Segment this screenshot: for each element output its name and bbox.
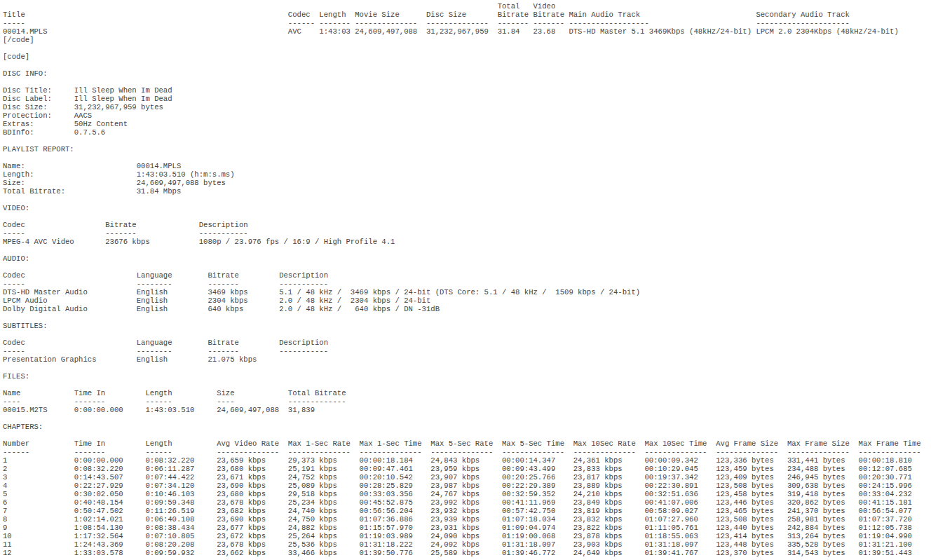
page: { "meta": { "bg_color": "#ffffff", "text… bbox=[0, 0, 931, 560]
bdinfo-report-text: Total Video Title Codec Length Movie Siz… bbox=[0, 0, 931, 557]
